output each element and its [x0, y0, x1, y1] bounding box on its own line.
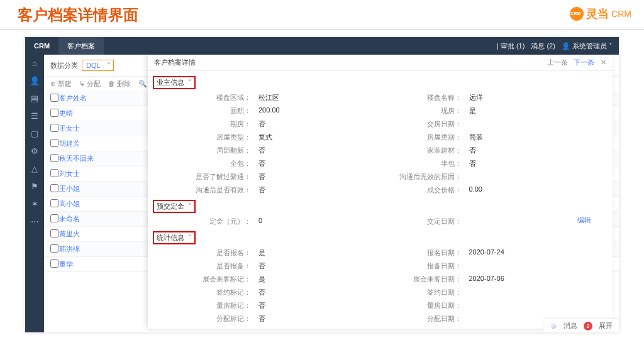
topbar-approve[interactable]: | 审批 (1) [497, 41, 525, 51]
status-expand[interactable]: 展开 [599, 321, 613, 330]
field-label: 面积： [187, 106, 256, 116]
row-checkbox[interactable] [50, 139, 58, 147]
section-header[interactable]: 业主信息˅ [153, 76, 196, 89]
gear-icon[interactable]: ⋯ [30, 217, 40, 227]
lock-icon[interactable]: △ [30, 164, 40, 174]
field-value: 否 [258, 159, 395, 168]
users-icon[interactable]: 👤 [30, 76, 40, 86]
shield-icon[interactable]: ⚙ [30, 146, 40, 156]
field-label: 楼盘区域： [187, 93, 256, 102]
row-checkbox[interactable] [50, 109, 58, 117]
field-label: 签约日期： [397, 288, 467, 297]
field-value: 否 [258, 301, 395, 310]
checkbox-all[interactable] [50, 94, 58, 102]
filter-label: 数据分类 [50, 61, 78, 70]
btn-delete[interactable]: 🗑 删除 [108, 79, 131, 89]
row-checkbox[interactable] [50, 199, 58, 207]
row-checkbox[interactable] [50, 259, 58, 268]
brand-icon [570, 7, 584, 21]
detail-modal: 客户档案详情 上一条 下一条 ✕ 业主信息˅楼盘区域：松江区楼盘名称：远洋面积：… [148, 55, 613, 329]
topbar-messages[interactable]: 消息 (2) [531, 41, 555, 51]
btn-new[interactable]: ⊕ 新建 [50, 79, 72, 89]
field-label: 量房日期： [397, 301, 467, 310]
field-label: 是否报名： [187, 248, 256, 258]
brand-name: 灵当 [586, 6, 609, 21]
field-value: 复式 [258, 133, 395, 142]
field-label: 房屋类型： [187, 133, 256, 142]
field-value: 否 [469, 146, 606, 155]
field-label: 展会来客日期： [397, 275, 467, 284]
row-checkbox[interactable] [50, 124, 58, 132]
close-icon[interactable]: ✕ [601, 58, 606, 67]
tab-customer-archive[interactable]: 客户档案 [58, 37, 104, 55]
field-value: 远洋 [469, 93, 606, 102]
row-checkbox[interactable] [50, 169, 58, 177]
home-icon[interactable]: ⌂ [30, 58, 40, 68]
status-msg[interactable]: 消息 [564, 321, 577, 330]
row-checkbox[interactable] [50, 154, 58, 162]
field-label: 展会来客标记： [187, 275, 256, 284]
row-checkbox[interactable] [50, 229, 58, 237]
field-label: 房屋类别： [397, 133, 467, 142]
field-label: 交定日期： [397, 217, 467, 226]
field-value [469, 301, 606, 310]
field-label: 量房标记： [187, 301, 256, 310]
app-logo[interactable]: CRM [25, 42, 58, 50]
field-value: 否 [258, 146, 395, 155]
chevron-down-icon: ˅ [188, 79, 192, 87]
field-value: 是 [258, 248, 395, 258]
field-value: 简装 [469, 133, 606, 142]
list-icon[interactable]: ▤ [30, 94, 40, 104]
field-value: 200.00 [258, 106, 395, 116]
section-header[interactable]: 预交定金˅ [153, 200, 196, 213]
star-icon[interactable]: ✶ [30, 199, 40, 209]
field-value: 2020-07-24 [469, 248, 606, 258]
field-value [469, 288, 606, 297]
field-label: 现房： [397, 106, 467, 116]
row-checkbox[interactable] [50, 244, 58, 253]
sidebar: ⌂ 👤 ▤ ☰ ▢ ⚙ △ ⚑ ✶ ⋯ [25, 55, 44, 332]
field-label: 沟通后无效的原因： [397, 172, 467, 182]
field-value: 否 [258, 261, 395, 271]
section-header[interactable]: 统计信息˅ [153, 231, 196, 244]
field-value: 否 [258, 185, 395, 195]
field-value: 否 [258, 172, 395, 182]
field-value: 松江区 [258, 93, 395, 102]
status-msg-icon[interactable]: ☺ [550, 322, 557, 330]
field-label: 沟通后是否有效： [187, 185, 256, 195]
next-link[interactable]: 下一条 [574, 58, 594, 66]
doc-icon[interactable]: ☰ [30, 111, 40, 121]
row-checkbox[interactable] [50, 214, 58, 222]
brand-suffix: CRM [611, 9, 631, 19]
btn-assign[interactable]: ↳ 分配 [79, 79, 101, 89]
status-count: 2 [584, 322, 592, 330]
field-label: 报名日期： [397, 248, 467, 258]
field-value: 否 [258, 119, 395, 129]
field-label: 是否了解过聚通： [187, 172, 256, 182]
flag-icon[interactable]: ⚑ [30, 182, 40, 192]
field-label: 交房日期： [397, 119, 467, 129]
field-label: 局部翻新： [187, 146, 256, 155]
row-checkbox[interactable] [50, 184, 58, 192]
topbar-user[interactable]: 👤 系统管理员 ˅ [562, 41, 613, 51]
field-value: 0 [258, 217, 395, 226]
field-value: 否 [469, 159, 606, 168]
field-label: 家装建材： [397, 146, 467, 155]
slide-title: 客户档案详情界面 [0, 0, 644, 29]
box-icon[interactable]: ▢ [30, 129, 40, 139]
field-label: 定金（元）： [187, 217, 256, 226]
field-value: 是 [469, 106, 606, 116]
field-label: 全包： [187, 159, 256, 168]
field-label: 成交价格： [397, 185, 467, 195]
field-value: 2020-07-06 [469, 275, 606, 284]
app-topbar: CRM 客户档案 | 审批 (1) 消息 (2) 👤 系统管理员 ˅ [25, 37, 619, 55]
app-frame: CRM 客户档案 | 审批 (1) 消息 (2) 👤 系统管理员 ˅ ⌂ 👤 ▤… [25, 37, 619, 332]
filter-select[interactable]: DQL ˅ [82, 60, 114, 71]
edit-link[interactable]: 编辑 [577, 215, 591, 225]
field-label: 半包： [397, 159, 467, 168]
brand-logo: 灵当CRM [570, 6, 631, 21]
modal-title: 客户档案详情 [154, 58, 547, 67]
status-bar: ☺ 消息 2 展开 [544, 319, 619, 332]
field-label: 报备日期： [397, 261, 467, 271]
prev-link[interactable]: 上一条 [547, 58, 568, 66]
